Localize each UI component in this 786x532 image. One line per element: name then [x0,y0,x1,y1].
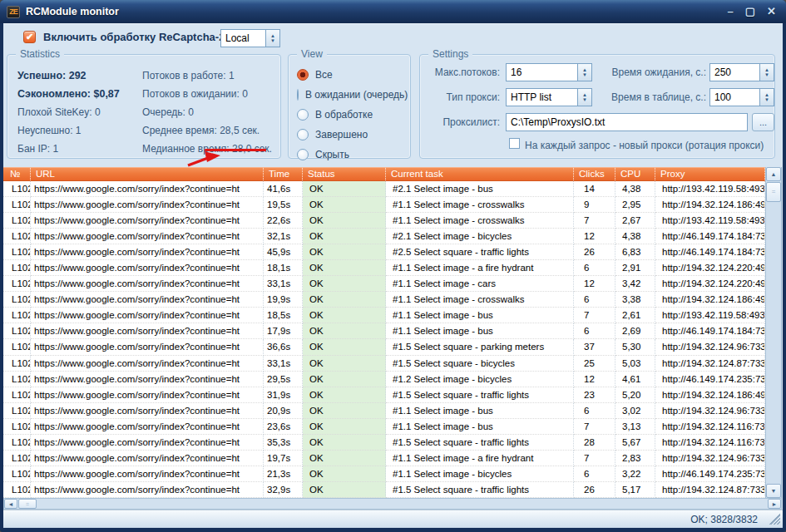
cell-status: OK [303,403,386,419]
mode-select-spinner[interactable]: ▲▼ [265,30,279,47]
vertical-scroll-track[interactable] [766,202,781,484]
cell-url: https://www.google.com/sorry/index?conti… [31,435,264,451]
horizontal-scroll-track[interactable] [37,499,768,509]
table-row[interactable]: L10278https://www.google.com/sorry/index… [3,419,765,435]
cell-task: #1.1 Select image - cars [386,276,574,292]
column-header[interactable]: URL [31,168,264,180]
cell-task: #1.1 Select image - bicycles [386,466,574,482]
table-row[interactable]: L10284https://www.google.com/sorry/index… [3,323,765,339]
statistics-group-title: Statistics [16,48,64,60]
table-row[interactable]: L10288https://www.google.com/sorry/index… [3,260,765,276]
cell-cpu: 2,67 [615,213,655,229]
cell-status: OK [303,244,386,260]
maximize-button[interactable]: ▢ [745,6,755,17]
table-row[interactable]: L10291https://www.google.com/sorry/index… [3,213,765,229]
cell-num: L10277 [3,435,31,451]
wait-time-spinbox[interactable]: 250 ▲▼ [709,63,774,81]
close-button[interactable]: ✕ [767,6,776,17]
cell-proxy: http://194.32.124.220:49 [655,260,765,276]
table-row[interactable]: L10276https://www.google.com/sorry/index… [3,451,765,466]
table-time-value: 100 [710,89,759,106]
cell-proxy: http://46.149.174.235:73 [655,466,765,482]
column-header[interactable]: Status [303,168,386,180]
cell-time: 20,9s [264,403,303,419]
cell-proxy: http://193.42.119.58:493 [655,213,765,229]
wait-time-spinner[interactable]: ▲▼ [759,64,774,81]
window-title: RCModule monitor [26,6,119,17]
table-row[interactable]: L10280https://www.google.com/sorry/index… [3,387,765,403]
cell-task: #1.1 Select image - bus [386,323,574,339]
resize-grip[interactable] [769,514,780,525]
horizontal-scroll-thumb[interactable]: = [18,499,37,509]
cell-num: L10286 [3,292,31,308]
proxylist-input[interactable]: C:\Temp\ProxysIO.txt [506,113,748,131]
column-header[interactable]: № [3,168,31,180]
cell-num: L10288 [3,260,31,276]
table-row[interactable]: L10277https://www.google.com/sorry/index… [3,435,765,451]
table-row[interactable]: L10290https://www.google.com/sorry/index… [3,229,765,244]
table-row[interactable]: L10274https://www.google.com/sorry/index… [3,482,765,498]
view-group-title: View [297,48,327,60]
cell-cpu: 3,38 [615,292,655,308]
table-row[interactable]: L10275https://www.google.com/sorry/index… [3,466,765,482]
enable-recaptcha-checkbox[interactable]: ✔ [23,31,36,43]
view-option[interactable]: Все [297,65,407,85]
cell-status: OK [303,197,386,213]
cell-status: OK [303,451,386,466]
max-threads-spinbox[interactable]: 16 ▲▼ [506,63,592,81]
view-option[interactable]: В обработке [297,105,407,125]
column-header[interactable]: Clicks [574,168,615,180]
column-header[interactable]: Time [264,168,303,180]
table-row[interactable]: L10281https://www.google.com/sorry/index… [3,372,765,387]
scroll-up-button[interactable]: ▲ [766,167,781,181]
column-header[interactable]: Current task [386,168,574,180]
scroll-right-button[interactable]: ► [768,499,781,509]
table-row[interactable]: L10292https://www.google.com/sorry/index… [3,197,765,213]
view-option[interactable]: Скрыть [297,145,407,165]
horizontal-scrollbar[interactable]: ◄ = ► [3,498,782,510]
column-header[interactable]: CPU [615,168,655,180]
table-row[interactable]: L10289https://www.google.com/sorry/index… [3,244,765,260]
table-row[interactable]: L10293https://www.google.com/sorry/index… [3,181,765,197]
table-time-spinbox[interactable]: 100 ▲▼ [709,88,774,106]
table-row[interactable]: L10285https://www.google.com/sorry/index… [3,308,765,323]
cell-url: https://www.google.com/sorry/index?conti… [31,292,264,308]
cell-cpu: 3,02 [615,403,655,419]
browse-button[interactable]: ... [752,113,774,131]
cell-proxy: http://194.32.124.87:733 [655,356,765,372]
cell-time: 18,1s [264,260,303,276]
table-row[interactable]: L10282https://www.google.com/sorry/index… [3,356,765,372]
titlebar[interactable]: ZE RCModule monitor – ▢ ✕ [0,0,786,23]
proxy-type-select[interactable]: HTTP list ▲▼ [506,88,592,106]
table-row[interactable]: L10279https://www.google.com/sorry/index… [3,403,765,419]
table-header: №URLTimeStatusCurrent taskClicksCPUProxy [3,167,765,181]
scroll-down-button[interactable]: ▼ [766,484,781,498]
minimize-button[interactable]: – [728,6,734,17]
table-time-label: Время в таблице, с.: [586,88,706,106]
cell-proxy: http://194.32.124.96:733 [655,451,765,466]
stat-item: Среднее время: 28,5 сек. [142,121,272,140]
vertical-scroll-thumb[interactable]: = [766,182,781,202]
cell-num: L10282 [3,356,31,372]
table-time-spinner[interactable]: ▲▼ [759,89,774,106]
table-row[interactable]: L10286https://www.google.com/sorry/index… [3,292,765,308]
stat-item: Очередь: 0 [142,103,272,121]
cell-cpu: 4,38 [615,229,655,244]
view-option[interactable]: Завершено [297,125,407,145]
mode-select-value: Local [221,30,265,47]
vertical-scrollbar[interactable]: ▲ = ▼ [765,167,781,498]
mode-select[interactable]: Local ▲▼ [220,29,280,47]
view-option-label: В ожидании (очередь) [305,89,408,101]
cell-time: 19,5s [264,197,303,213]
proxy-rotation-checkbox[interactable] [509,138,520,149]
scroll-left-button[interactable]: ◄ [4,499,17,509]
table-main: №URLTimeStatusCurrent taskClicksCPUProxy… [3,167,765,498]
cell-status: OK [303,419,386,435]
table-row[interactable]: L10287https://www.google.com/sorry/index… [3,276,765,292]
column-header[interactable]: Proxy [655,168,765,180]
table-row[interactable]: L10283https://www.google.com/sorry/index… [3,339,765,355]
cell-time: 36,6s [264,339,303,355]
cell-proxy: http://46.149.174.184:73 [655,244,765,260]
view-option[interactable]: В ожидании (очередь) [297,85,407,105]
cell-num: L10290 [3,229,31,244]
